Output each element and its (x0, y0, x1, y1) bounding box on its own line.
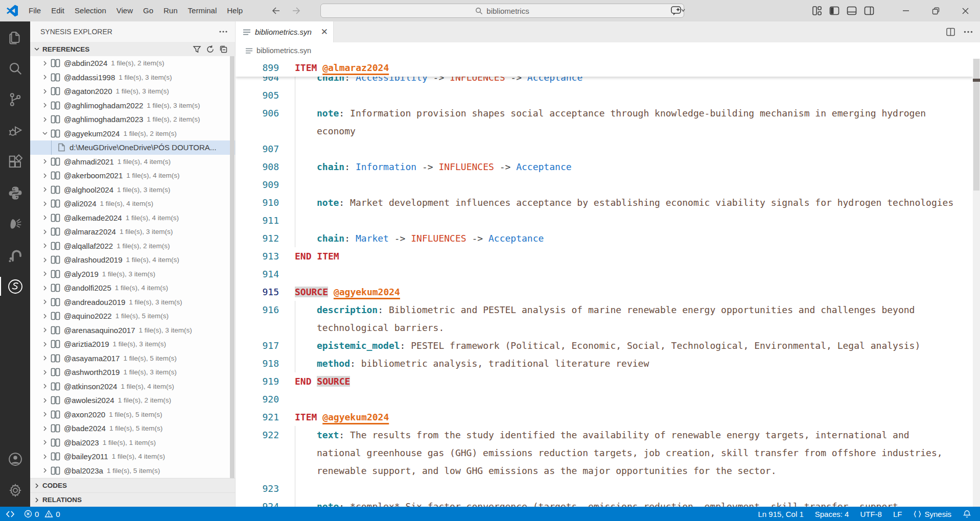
reference-name: @ariztia2019 (64, 340, 109, 348)
toggle-panel-icon[interactable] (843, 3, 860, 18)
menu-help[interactable]: Help (222, 4, 248, 18)
menu-go[interactable]: Go (138, 4, 158, 18)
code-lines: 904chain: Accessibility -> INFLUENCES ->… (236, 68, 980, 507)
menu-selection[interactable]: Selection (69, 4, 111, 18)
tree-item-aghlimoghadam2022[interactable]: @aghlimoghadam20221 file(s), 3 item(s) (30, 99, 235, 113)
tree-item-akerboom2021[interactable]: @akerboom20211 file(s), 4 item(s) (30, 169, 235, 183)
toggle-primary-sidebar-icon[interactable] (826, 3, 843, 18)
tree-item-aquino2022[interactable]: @aquino20221 file(s), 5 item(s) (30, 309, 235, 323)
search-view-icon[interactable] (0, 53, 30, 84)
tree-item-alghool2024[interactable]: @alghool20241 file(s), 3 item(s) (30, 183, 235, 197)
title-bar: FileEditSelectionViewGoRunTerminalHelp b… (0, 0, 980, 21)
menu-run[interactable]: Run (158, 4, 183, 18)
tree-item-andolfi2025[interactable]: @andolfi20251 file(s), 4 item(s) (30, 281, 235, 295)
tree-item-bailey2011[interactable]: @bailey20111 file(s), 4 item(s) (30, 449, 235, 464)
cursor-position[interactable]: Ln 915, Col 1 (755, 507, 807, 521)
tree-item-atkinson2024[interactable]: @atkinson20241 file(s), 4 item(s) (30, 380, 235, 394)
command-center-search[interactable]: bibliometrics (320, 4, 684, 18)
restore-button[interactable] (921, 0, 950, 21)
reference-meta: 1 file(s), 5 item(s) (109, 411, 162, 418)
notifications-bell-icon[interactable] (959, 507, 975, 521)
menu-edit[interactable]: Edit (46, 4, 69, 18)
editor-more-actions-icon[interactable] (964, 31, 973, 33)
back-arrow-icon[interactable] (271, 7, 281, 15)
tree-item-addassi1998[interactable]: @addassi19981 file(s), 3 item(s) (30, 70, 235, 85)
tree-item-alqallaf2022[interactable]: @alqallaf20221 file(s), 2 item(s) (30, 239, 235, 253)
extension-paw-icon[interactable] (0, 208, 30, 240)
toggle-secondary-sidebar-icon[interactable] (860, 3, 878, 18)
citation-link[interactable]: @agyekum2024 (334, 287, 400, 297)
reference-meta: 1 file(s), 2 item(s) (118, 396, 171, 404)
tree-item-axon2020[interactable]: @axon20201 file(s), 5 item(s) (30, 408, 235, 422)
references-section-header[interactable]: REFERENCES (30, 42, 235, 56)
tree-item-agyekum2024[interactable]: @agyekum20241 file(s), 2 item(s) (30, 127, 235, 141)
tree-item-aghlimoghadam2023[interactable]: @aghlimoghadam20231 file(s), 2 item(s) (30, 112, 235, 127)
run-debug-icon[interactable] (0, 115, 30, 146)
extensions-icon[interactable] (0, 146, 30, 177)
line-number: 918 (236, 354, 279, 372)
encoding[interactable]: UTF-8 (856, 507, 885, 521)
forward-arrow-icon[interactable] (292, 7, 301, 15)
menu-terminal[interactable]: Terminal (183, 4, 222, 18)
remote-indicator[interactable] (0, 507, 20, 521)
filter-icon[interactable] (193, 45, 201, 54)
tree-item-alrashoud2019[interactable]: @alrashoud20191 file(s), 4 item(s) (30, 253, 235, 267)
tree-item-agaton2020[interactable]: @agaton20201 file(s), 3 item(s) (30, 84, 235, 99)
synesis-view-icon[interactable] (0, 271, 30, 302)
line-number: 909 (236, 176, 279, 194)
tree-item-alkemade2024[interactable]: @alkemade20241 file(s), 4 item(s) (30, 211, 235, 225)
tree-item-ashworth2019[interactable]: @ashworth20191 file(s), 3 item(s) (30, 365, 235, 380)
tree-item-abdin2024[interactable]: @abdin20241 file(s), 2 item(s) (30, 56, 235, 70)
code-area[interactable]: 899ITEM @almaraz2024 904chain: Accessibi… (236, 59, 980, 507)
extension-hook-icon[interactable] (0, 240, 30, 271)
account-icon[interactable] (0, 443, 30, 475)
book-icon (51, 73, 60, 82)
tree-item-almaraz2024[interactable]: @almaraz20241 file(s), 3 item(s) (30, 225, 235, 239)
codes-section-header[interactable]: CODES (30, 478, 235, 492)
tree-item-aly2019[interactable]: @aly20191 file(s), 3 item(s) (30, 267, 235, 281)
relations-section-header[interactable]: RELATIONS (30, 492, 235, 507)
tree-item-arenasaquino2017[interactable]: @arenasaquino20171 file(s), 3 item(s) (30, 323, 235, 338)
tree-item-bal2023a[interactable]: @bal2023a1 file(s), 5 item(s) (30, 464, 235, 478)
tab-bibliometrics[interactable]: bibliometrics.syn ✕ (236, 21, 334, 42)
more-actions-icon[interactable] (219, 30, 228, 33)
sidebar-scrollbar[interactable] (230, 56, 235, 495)
tab-close-icon[interactable]: ✕ (321, 28, 328, 36)
indentation[interactable]: Spaces: 4 (811, 507, 853, 521)
split-editor-icon[interactable] (946, 27, 955, 37)
customize-layout-icon[interactable] (808, 3, 826, 18)
copilot-icon[interactable] (669, 3, 687, 18)
tree-item-andreadou2019[interactable]: @andreadou20191 file(s), 3 item(s) (30, 295, 235, 310)
code-token: ITEM (295, 412, 322, 422)
tree-item-awolesi2024[interactable]: @awolesi20241 file(s), 2 item(s) (30, 393, 235, 408)
tree-item-bai2023[interactable]: @bai20231 file(s), 1 item(s) (30, 436, 235, 450)
refresh-icon[interactable] (206, 45, 215, 54)
settings-gear-icon[interactable] (0, 475, 30, 506)
editor-scrollbar[interactable] (973, 59, 980, 507)
collapse-all-icon[interactable] (219, 45, 228, 54)
minimize-button[interactable] (891, 0, 921, 21)
book-icon (51, 129, 60, 138)
reference-meta: 1 file(s), 2 item(s) (116, 242, 170, 250)
tree-item-asayama2017[interactable]: @asayama20171 file(s), 5 item(s) (30, 351, 235, 366)
tree-item-ariztia2019[interactable]: @ariztia20191 file(s), 3 item(s) (30, 337, 235, 351)
sticky-scroll-line[interactable]: 899ITEM @almaraz2024 (236, 59, 973, 77)
breadcrumb[interactable]: bibliometrics.syn (236, 42, 980, 59)
eol-sequence[interactable]: LF (890, 507, 906, 521)
code-token: description (317, 304, 378, 315)
language-mode[interactable]: Synesis (909, 507, 955, 521)
tree-item-ahmadi2021[interactable]: @ahmadi20211 file(s), 4 item(s) (30, 155, 235, 169)
close-button[interactable] (950, 0, 980, 21)
citation-link[interactable]: @agyekum2024 (322, 412, 389, 422)
source-control-icon[interactable] (0, 84, 30, 115)
tree-item-bade2024[interactable]: @bade20241 file(s), 5 item(s) (30, 421, 235, 436)
menu-file[interactable]: File (24, 4, 46, 18)
references-label: REFERENCES (42, 45, 89, 53)
tree-item-ali2024[interactable]: @ali20241 file(s), 4 item(s) (30, 197, 235, 211)
menu-view[interactable]: View (111, 4, 138, 18)
python-icon[interactable] (0, 177, 30, 208)
citation-link[interactable]: @almaraz2024 (322, 62, 389, 73)
problems-indicator[interactable]: 0 0 (20, 507, 64, 521)
tree-child-file[interactable]: d:\MeuGDrive\OneDrive\PÓS DOUTORA... (30, 140, 235, 155)
explorer-icon[interactable] (0, 21, 30, 53)
